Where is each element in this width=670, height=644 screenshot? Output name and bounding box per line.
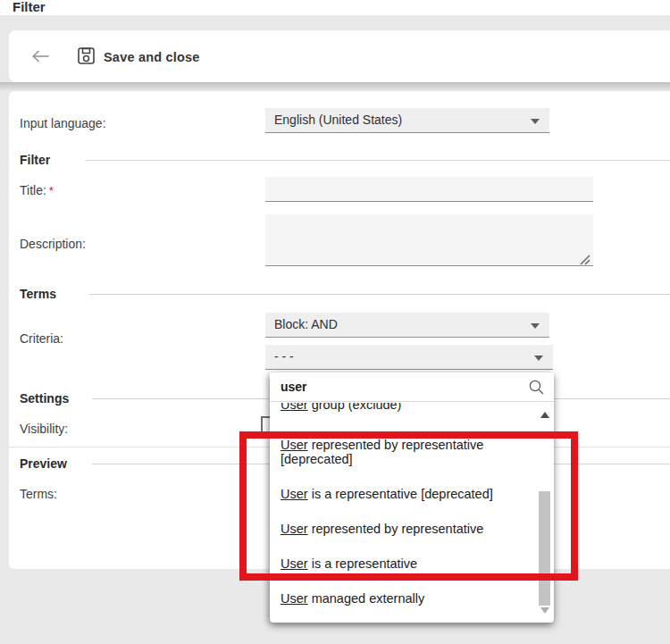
required-asterisk: *	[49, 184, 54, 197]
dropdown-option[interactable]: User is a representative [deprecated]	[281, 487, 523, 501]
scroll-down-icon[interactable]	[540, 607, 549, 614]
dropdown-option[interactable]: User group (exclude)	[281, 403, 523, 412]
visibility-label: Visibility:	[20, 422, 68, 436]
criteria-label: Criteria:	[20, 331, 63, 346]
dropdown-option[interactable]: User managed externally	[281, 591, 523, 606]
dropdown-search-row	[270, 372, 554, 402]
criteria-dropdown-popup: User group (exclude)User represented by …	[270, 372, 554, 623]
criteria-block-select[interactable]: Block: AND	[265, 313, 549, 338]
dropdown-option-rest-text: managed externally	[308, 591, 425, 606]
toolbar: Save and close	[9, 30, 670, 82]
scrollbar-thumb[interactable]	[539, 491, 550, 606]
save-and-close-label: Save and close	[104, 50, 200, 64]
dropdown-search-input[interactable]	[281, 375, 513, 398]
criteria-term-value: - - -	[274, 345, 294, 369]
dropdown-option-match-text: User	[281, 522, 308, 536]
section-header-settings: Settings	[20, 391, 69, 406]
dropdown-option-rest-text: group (exclude)	[308, 403, 402, 412]
dropdown-option[interactable]: User represented by representative [depr…	[281, 438, 523, 466]
dropdown-option-match-text: User	[281, 556, 308, 571]
criteria-term-select[interactable]: - - -	[265, 345, 553, 370]
description-label: Description:	[20, 237, 86, 251]
dropdown-option-list: User group (exclude)User represented by …	[270, 403, 554, 623]
toolbar-shadow	[0, 82, 670, 91]
save-and-close-button[interactable]: Save and close	[71, 43, 205, 71]
dropdown-option-rest-text: represented by representative	[308, 522, 484, 536]
save-icon	[77, 46, 96, 68]
criteria-block-value: Block: AND	[274, 313, 338, 337]
section-header-preview: Preview	[20, 456, 67, 471]
popup-scrollbar	[538, 403, 552, 621]
dropdown-option-match-text: User	[281, 487, 308, 501]
dropdown-option-rest-text: is a representative [deprecated]	[308, 487, 493, 501]
preview-terms-label: Terms:	[20, 487, 57, 501]
search-icon	[528, 379, 545, 399]
dropdown-option-rest-text: represented by representative [deprecate…	[281, 438, 483, 466]
back-button[interactable]	[25, 46, 55, 69]
dropdown-option[interactable]: User represented by representative	[281, 522, 523, 536]
section-header-filter: Filter	[20, 153, 50, 167]
dropdown-option-rest-text: is a representative	[308, 556, 418, 571]
section-divider	[89, 294, 670, 295]
title-band: Filter	[0, 0, 670, 15]
input-language-value: English (United States)	[274, 108, 402, 132]
description-textarea[interactable]	[265, 214, 593, 266]
back-arrow-icon	[30, 49, 50, 66]
dropdown-option[interactable]: User is a representative	[281, 556, 523, 571]
chevron-down-icon	[531, 323, 540, 329]
chevron-down-icon	[531, 119, 540, 124]
section-header-terms: Terms	[20, 287, 56, 301]
chevron-down-icon	[534, 355, 543, 361]
dropdown-option-match-text: User	[281, 403, 308, 412]
dropdown-option-match-text: User	[281, 438, 308, 452]
title-input[interactable]	[265, 177, 593, 202]
dropdown-option-match-text: User	[281, 591, 308, 606]
input-language-select[interactable]: English (United States)	[265, 108, 549, 133]
section-divider	[85, 160, 670, 161]
scroll-up-icon[interactable]	[540, 412, 549, 418]
input-language-label: Input language:	[20, 116, 106, 130]
title-label: Title:*	[20, 183, 54, 197]
page-title: Filter	[13, 0, 46, 14]
app-window: Filter Save and close Input language: En…	[0, 0, 670, 644]
